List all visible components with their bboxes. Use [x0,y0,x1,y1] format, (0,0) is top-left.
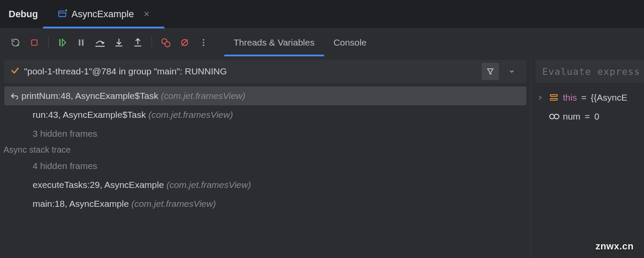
svg-rect-20 [550,98,557,100]
hidden-frames-link[interactable]: 4 hidden frames [4,157,526,175]
variable-value: 0 [594,111,599,122]
mute-breakpoints-button[interactable] [176,34,193,51]
frame-location: printNum:48, AsyncExample$Task [21,91,158,101]
frame-location: executeTasks:29, AsyncExample [33,180,164,190]
variable-name: num [563,111,580,122]
rerun-button[interactable] [7,34,24,51]
tab-run-config[interactable]: AsyncExample ✕ [55,0,152,28]
close-icon[interactable]: ✕ [143,9,150,19]
frame-package: (com.jet.framesView) [167,180,251,190]
stack-frame[interactable]: executeTasks:29, AsyncExample (com.jet.f… [4,175,526,194]
stack-frame[interactable]: printNum:48, AsyncExample$Task (com.jet.… [4,86,526,105]
svg-point-16 [203,39,204,41]
stack-frame[interactable]: run:43, AsyncExample$Task (com.jet.frame… [4,105,526,124]
drop-frame-icon [9,91,20,101]
step-into-button[interactable] [110,34,128,51]
separator [152,37,152,49]
tab-console[interactable]: Console [324,29,376,56]
evaluate-expression-input[interactable]: Evaluate express [535,60,644,83]
thread-selector[interactable]: "pool-1-thread-1"@784 in group "main": R… [4,60,526,83]
equals: = [585,111,590,122]
frame-package: (com.jet.framesView) [161,91,246,101]
svg-rect-6 [82,40,84,46]
frame-location: run:43, AsyncExample$Task [33,110,146,120]
stop-button[interactable] [26,34,43,51]
resume-button[interactable] [54,34,71,51]
step-out-button[interactable] [129,34,146,51]
hidden-frames-link[interactable]: 3 hidden frames [4,124,526,143]
variable-name: this [563,92,577,103]
more-options-button[interactable] [195,34,212,51]
run-config-label: AsyncExample [71,9,134,20]
watch-icon [548,111,559,122]
frames-list: printNum:48, AsyncExample$Task (com.jet.… [0,86,531,218]
view-breakpoints-button[interactable] [157,34,174,51]
svg-rect-5 [79,40,81,46]
separator [48,37,49,49]
app-icon [58,9,67,19]
frame-package: (com.jet.framesView) [149,110,233,120]
svg-point-22 [554,114,559,119]
filter-button[interactable] [482,63,499,80]
frame-package: (com.jet.framesView) [131,199,216,209]
thread-dropdown-button[interactable] [503,63,520,80]
svg-point-13 [165,42,170,47]
watermark: znwx.cn [595,241,634,252]
pause-button[interactable] [73,34,90,51]
svg-rect-19 [550,95,557,96]
checkmark-icon [10,66,20,77]
expand-icon[interactable] [535,95,545,101]
variable-row[interactable]: this = {{AsyncE [535,88,644,107]
object-icon [548,92,559,103]
svg-point-2 [17,44,19,46]
frame-location: main:18, AsyncExample [33,199,129,209]
variable-row[interactable]: num = 0 [535,107,644,126]
tab-threads-variables[interactable]: Threads & Variables [224,29,324,56]
step-over-button[interactable] [91,34,109,51]
svg-rect-4 [59,39,61,46]
thread-label: "pool-1-thread-1"@784 in group "main": R… [24,66,477,77]
stack-frame[interactable]: main:18, AsyncExample (com.jet.framesVie… [4,194,526,213]
svg-rect-3 [32,40,37,46]
svg-point-18 [203,45,204,46]
equals: = [581,92,586,103]
variable-value: {{AsyncE [591,92,627,103]
svg-point-17 [203,42,204,43]
async-stack-trace-label: Async stack trace [0,143,531,157]
svg-point-21 [550,114,554,119]
variables-tree: this = {{AsyncE num = 0 [531,86,644,126]
debug-panel-title: Debug [9,9,38,20]
